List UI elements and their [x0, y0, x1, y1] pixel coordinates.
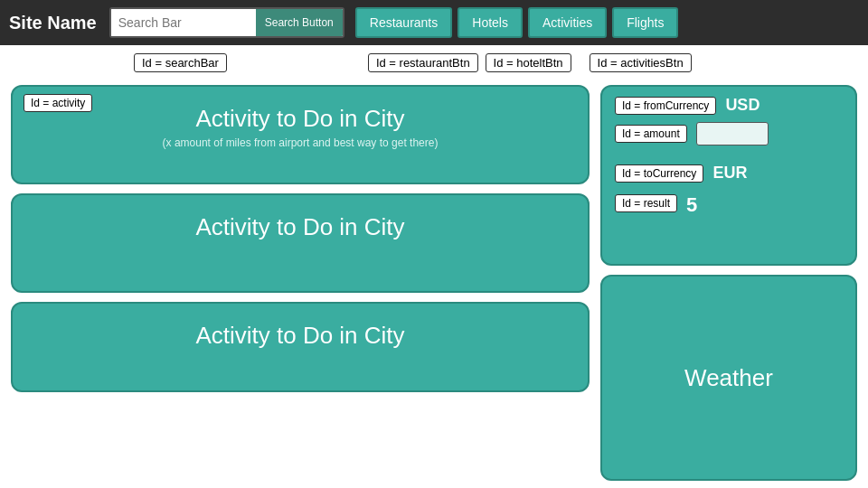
navbar: Site Name Search Button Restaurants Hote…	[0, 0, 868, 45]
search-input[interactable]	[111, 9, 256, 36]
result-value: 5	[686, 193, 697, 217]
to-currency-id-tag: Id = toCurrency	[615, 164, 703, 183]
to-currency-row: Id = toCurrency EUR	[615, 164, 843, 183]
search-bar-container: Search Button	[109, 7, 344, 38]
activity-mid-title: Activity to Do in City	[27, 213, 573, 241]
from-currency-id-tag: Id = fromCurrency	[615, 97, 716, 115]
amount-input[interactable]	[696, 122, 769, 145]
activity-card-bot: Activity to Do in City	[11, 302, 590, 392]
site-name: Site Name	[9, 13, 97, 33]
result-id-tag: Id = result	[615, 194, 677, 212]
weather-label: Weather	[684, 364, 773, 392]
right-column: Id = fromCurrency USD Id = amount Id = t…	[600, 85, 857, 481]
labels-row: Id = searchBar Id = restaurantBtn Id = h…	[0, 45, 868, 78]
amount-id-tag: Id = amount	[615, 125, 687, 143]
activity-card-top: Id = activity Activity to Do in City (x …	[11, 85, 590, 184]
weather-box: Weather	[600, 275, 857, 481]
activity-top-subtitle: (x amount of miles from airport and best…	[27, 136, 573, 149]
activities-button[interactable]: Activities	[528, 7, 607, 38]
search-button[interactable]: Search Button	[256, 9, 343, 36]
to-currency-label: EUR	[712, 164, 747, 183]
from-currency-label: USD	[725, 96, 760, 115]
restaurants-button[interactable]: Restaurants	[355, 7, 452, 38]
currency-box: Id = fromCurrency USD Id = amount Id = t…	[600, 85, 857, 266]
left-column: Id = activity Activity to Do in City (x …	[11, 85, 590, 481]
activity-id-tag: Id = activity	[24, 94, 92, 112]
activity-bot-title: Activity to Do in City	[27, 322, 573, 350]
activity-card-mid: Activity to Do in City	[11, 193, 590, 293]
amount-row: Id = amount	[615, 122, 843, 145]
from-currency-row: Id = fromCurrency USD	[615, 96, 843, 115]
hotels-button[interactable]: Hotels	[458, 7, 523, 38]
restaurant-btn-id-label: Id = restaurantBtn	[368, 53, 478, 72]
hotel-btn-id-label: Id = hoteltBtn	[486, 53, 571, 72]
search-bar-id-label: Id = searchBar	[134, 53, 227, 72]
main-content: Id = activity Activity to Do in City (x …	[0, 78, 868, 488]
result-row: Id = result 5	[615, 190, 843, 217]
activity-top-title: Activity to Do in City	[27, 105, 573, 133]
activities-btn-id-label: Id = activitiesBtn	[590, 53, 692, 72]
flights-button[interactable]: Flights	[612, 7, 678, 38]
